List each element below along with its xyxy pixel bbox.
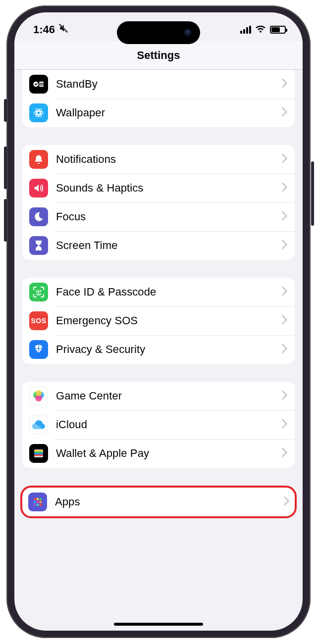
game-center-icon (29, 387, 48, 405)
svg-rect-24 (37, 498, 39, 500)
silent-mode-icon (58, 23, 69, 36)
svg-rect-23 (34, 498, 36, 500)
sounds-icon (29, 179, 48, 198)
notifications-icon (29, 150, 48, 169)
settings-list[interactable]: StandBy (14, 70, 303, 551)
side-button-volume-down (4, 199, 7, 242)
screen-time-icon (29, 236, 48, 255)
dynamic-island (117, 21, 200, 44)
chevron-right-icon (282, 344, 288, 355)
settings-group-alerts: Notifications Sounds & Haptics (22, 145, 295, 260)
privacy-icon (29, 340, 48, 359)
page-title: Settings (137, 49, 180, 62)
side-button-volume-up (4, 147, 7, 189)
chevron-right-icon (282, 240, 288, 251)
row-icloud[interactable]: iCloud (22, 410, 295, 439)
status-time: 1:46 (33, 23, 55, 36)
row-focus-label: Focus (56, 210, 282, 223)
svg-rect-19 (34, 450, 43, 451)
apps-icon (28, 493, 47, 511)
focus-icon (29, 207, 48, 226)
row-wallet[interactable]: Wallet & Apple Pay (22, 439, 295, 468)
chevron-right-icon (282, 79, 288, 90)
settings-group-apps: Apps (20, 486, 297, 518)
row-faceid[interactable]: Face ID & Passcode (22, 278, 295, 306)
row-screentime[interactable]: Screen Time (22, 231, 295, 260)
row-apps-label: Apps (55, 495, 284, 508)
row-wallet-label: Wallet & Apple Pay (56, 447, 282, 460)
chevron-right-icon (282, 211, 288, 222)
status-left: 1:46 (33, 23, 69, 36)
row-privacy[interactable]: Privacy & Security (22, 335, 295, 364)
side-button-mute (4, 99, 7, 122)
sos-icon-text: SOS (31, 317, 46, 325)
chevron-right-icon (282, 419, 288, 430)
chevron-right-icon (282, 287, 288, 297)
chevron-right-icon (284, 496, 290, 507)
svg-point-17 (36, 390, 42, 396)
chevron-right-icon (282, 107, 288, 118)
settings-group-security: Face ID & Passcode SOS Emergency SOS (22, 278, 295, 364)
row-notifications[interactable]: Notifications (22, 145, 295, 174)
row-privacy-label: Privacy & Security (56, 343, 282, 356)
wifi-icon (255, 23, 266, 36)
svg-rect-21 (34, 453, 43, 454)
cellular-signal-icon (240, 26, 251, 34)
row-icloud-label: iCloud (56, 418, 282, 431)
row-sos-label: Emergency SOS (56, 314, 282, 327)
svg-rect-3 (39, 82, 44, 87)
wallpaper-icon (29, 103, 48, 122)
chevron-right-icon (282, 448, 288, 459)
nav-header: Settings (14, 41, 303, 70)
svg-rect-27 (37, 501, 39, 503)
row-gamecenter[interactable]: Game Center (22, 382, 295, 410)
canvas: 1:46 (0, 0, 318, 644)
standby-icon (29, 75, 48, 94)
chevron-right-icon (282, 154, 288, 165)
icloud-icon (29, 415, 48, 434)
svg-rect-30 (37, 504, 39, 506)
row-apps[interactable]: Apps (22, 488, 295, 516)
row-focus[interactable]: Focus (22, 202, 295, 231)
row-sounds-label: Sounds & Haptics (56, 182, 282, 195)
svg-rect-25 (40, 498, 42, 500)
row-faceid-label: Face ID & Passcode (56, 286, 282, 298)
row-wallpaper-label: Wallpaper (56, 106, 282, 119)
chevron-right-icon (282, 315, 288, 326)
faceid-icon (29, 283, 48, 301)
svg-rect-20 (34, 451, 43, 453)
svg-point-6 (37, 111, 40, 114)
settings-group-display: StandBy (22, 70, 295, 127)
wallet-icon (29, 444, 48, 463)
row-sounds[interactable]: Sounds & Haptics (22, 174, 295, 202)
row-wallpaper[interactable]: Wallpaper (22, 99, 295, 127)
sos-icon: SOS (29, 311, 48, 330)
svg-rect-26 (34, 501, 36, 503)
row-standby-label: StandBy (56, 78, 282, 91)
phone-screen: 1:46 (14, 12, 303, 631)
row-screentime-label: Screen Time (56, 239, 282, 252)
row-sos[interactable]: SOS Emergency SOS (22, 306, 295, 335)
svg-rect-22 (34, 454, 43, 456)
row-notifications-label: Notifications (56, 153, 282, 166)
chevron-right-icon (282, 391, 288, 401)
battery-icon (270, 26, 286, 34)
status-right (240, 23, 286, 36)
row-gamecenter-label: Game Center (56, 390, 282, 402)
home-indicator[interactable] (114, 623, 203, 626)
side-button-power (311, 161, 314, 226)
settings-group-services: Game Center iCloud (22, 382, 295, 468)
chevron-right-icon (282, 183, 288, 194)
row-standby[interactable]: StandBy (22, 70, 295, 99)
svg-rect-28 (40, 501, 42, 503)
svg-rect-31 (40, 504, 42, 506)
svg-rect-29 (34, 504, 36, 506)
